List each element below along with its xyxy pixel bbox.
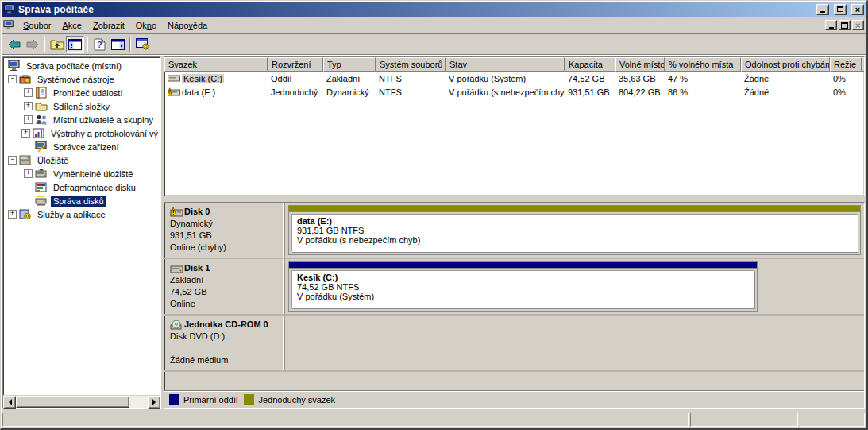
close-button[interactable]: × <box>851 4 864 15</box>
cdrom-row[interactable]: Jednotka CD-ROM 0 Disk DVD (D:) Žádné mé… <box>164 316 864 372</box>
primary-partition-swatch <box>169 394 179 405</box>
menu-napoveda[interactable]: Nápověda <box>162 18 213 33</box>
up-one-level-icon[interactable] <box>48 36 66 53</box>
scroll-right-icon[interactable] <box>148 396 160 409</box>
disk-management-icon <box>35 195 48 207</box>
tree-item-shared-folders[interactable]: + Sdílené složky <box>3 99 160 113</box>
column-header[interactable]: Kapacita <box>565 57 615 72</box>
cdrom-header[interactable]: Jednotka CD-ROM 0 Disk DVD (D:) Žádné mé… <box>164 316 285 370</box>
volume-icon <box>168 74 180 83</box>
disk0-volume-area: data (E:) 931,51 GB NTFS V pořádku (s ne… <box>285 203 864 258</box>
column-header[interactable]: % volného místa <box>665 57 741 72</box>
tree-horizontal-scrollbar[interactable] <box>3 395 160 408</box>
show-hide-console-tree-icon[interactable] <box>66 36 84 53</box>
console-tree: Správa počítače (místní) - Systémové nás… <box>3 57 160 395</box>
toolbar-separator <box>44 37 45 52</box>
expand-icon[interactable]: + <box>24 102 33 110</box>
child-window-icon[interactable] <box>3 20 14 30</box>
tree-item-services-applications[interactable]: + Služby a aplikace <box>3 207 160 221</box>
disk-row-1[interactable]: Disk 1 Základní 74,52 GB Online Kesík (C… <box>164 259 864 316</box>
menu-bar: Soubor Akce Zobrazit Okno Nápověda × <box>2 17 866 34</box>
tree-item-device-manager[interactable]: Správce zařízení <box>3 140 160 153</box>
content-area: Správa počítače (místní) - Systémové nás… <box>1 55 866 410</box>
column-header[interactable]: Rozvržení <box>268 57 323 72</box>
minimize-button[interactable] <box>816 4 829 15</box>
column-header[interactable]: Režie <box>830 57 862 72</box>
expand-icon[interactable]: + <box>24 115 33 124</box>
simple-volume-strip <box>289 206 860 212</box>
child-close-button[interactable]: × <box>852 20 864 30</box>
status-cell <box>800 413 865 427</box>
app-computer-icon <box>4 4 15 14</box>
system-tools-icon <box>19 73 32 85</box>
disk-name: Disk 1 <box>184 263 210 273</box>
menu-akce[interactable]: Akce <box>56 18 87 33</box>
pane-splitter[interactable] <box>164 196 865 202</box>
collapse-icon[interactable]: - <box>8 156 17 165</box>
expand-icon[interactable]: + <box>24 169 33 178</box>
tree-item-system-tools[interactable]: - Systémové nástroje <box>3 72 160 86</box>
tree-item-removable-storage[interactable]: + Vyměnitelné úložiště <box>3 167 160 180</box>
disk0-header[interactable]: Disk 0 Dynamický 931,51 GB Online (chyby… <box>164 203 285 258</box>
expand-icon[interactable]: + <box>8 210 17 219</box>
child-restore-button[interactable] <box>839 20 851 30</box>
window-title: Správa počítače <box>18 4 812 15</box>
scrollbar-thumb[interactable] <box>16 396 129 408</box>
child-minimize-button[interactable] <box>825 20 837 30</box>
status-cell <box>690 413 798 427</box>
tree-item-disk-defragmenter[interactable]: Defragmentace disku <box>3 180 160 194</box>
performance-logs-icon <box>33 127 45 139</box>
back-icon[interactable] <box>5 36 23 53</box>
primary-partition-strip <box>289 262 757 269</box>
menu-soubor[interactable]: Soubor <box>17 18 56 33</box>
tree-item-event-viewer[interactable]: + Prohlížeč událostí <box>3 86 160 99</box>
disk-defragmenter-icon <box>35 181 48 193</box>
tree-item-label-selected: Správa disků <box>51 196 106 207</box>
column-header[interactable]: Typ <box>323 57 376 72</box>
column-header-filler <box>862 57 865 72</box>
forward-icon[interactable] <box>23 36 41 53</box>
computer-icon <box>8 60 21 72</box>
column-header[interactable]: Volné místo <box>615 57 665 72</box>
event-viewer-icon <box>35 87 48 99</box>
status-bar <box>2 412 866 428</box>
tree-item-storage[interactable]: - Úložiště <box>3 153 160 167</box>
disk-warning-icon <box>170 207 183 216</box>
show-hide-action-pane-icon[interactable] <box>109 36 127 53</box>
volume-data-e[interactable]: data (E:) 931,51 GB NTFS V pořádku (s ne… <box>288 205 861 255</box>
console-settings-icon[interactable] <box>133 36 152 53</box>
column-header[interactable]: Svazek <box>164 57 268 72</box>
volume-kesik-c[interactable]: Kesík (C:) 74,52 GB NTFS V pořádku (Syst… <box>288 261 758 312</box>
volume-row-e[interactable]: data (E:) Jednoduchý Dynamický NTFS V po… <box>164 85 864 99</box>
column-header[interactable]: Systém souborů <box>376 57 446 72</box>
column-header[interactable]: Stav <box>446 57 565 72</box>
volume-warning-icon <box>168 87 180 97</box>
disk-row-0[interactable]: Disk 0 Dynamický 931,51 GB Online (chyby… <box>164 203 864 259</box>
volume-list-header: Svazek Rozvržení Typ Systém souborů Stav… <box>164 57 864 72</box>
graphical-view-pane: Disk 0 Dynamický 931,51 GB Online (chyby… <box>164 202 865 409</box>
expand-icon[interactable]: + <box>24 88 33 97</box>
collapse-icon[interactable]: - <box>8 75 17 83</box>
menu-okno[interactable]: Okno <box>130 18 162 33</box>
tree-item-disk-management[interactable]: Správa disků <box>3 194 160 207</box>
title-bar: Správa počítače × <box>2 2 866 17</box>
disk1-header[interactable]: Disk 1 Základní 74,52 GB Online <box>164 259 285 314</box>
volume-list-pane: Svazek Rozvržení Typ Systém souborů Stav… <box>164 56 865 196</box>
volume-name: Kesík (C:) <box>182 74 224 83</box>
tree-item-label: Sdílené složky <box>51 101 112 112</box>
legend-simple-volume: Jednoduchý svazek <box>244 394 335 405</box>
maximize-button[interactable] <box>834 4 847 15</box>
column-header[interactable]: Odolnost proti chybám <box>741 57 830 72</box>
scroll-left-icon[interactable] <box>3 396 16 409</box>
toolbar-separator <box>87 37 88 52</box>
graphical-view-filler <box>164 372 864 390</box>
tree-item-performance-logs[interactable]: + Výstrahy a protokolování vý <box>3 126 160 140</box>
tree-item-local-users-groups[interactable]: + Místní uživatelé a skupiny <box>3 113 160 126</box>
menu-zobrazit[interactable]: Zobrazit <box>87 18 130 33</box>
help-icon[interactable]: ? <box>91 36 109 53</box>
computer-management-window: Správa počítače × Soubor Akce Zobrazit O… <box>0 0 868 430</box>
disk-name: Disk 0 <box>184 207 210 216</box>
expand-icon[interactable]: + <box>21 129 30 138</box>
volume-row-c[interactable]: Kesík (C:) Oddíl Základní NTFS V pořádku… <box>164 72 864 85</box>
tree-item-computer-management[interactable]: Správa počítače (místní) <box>3 59 160 72</box>
